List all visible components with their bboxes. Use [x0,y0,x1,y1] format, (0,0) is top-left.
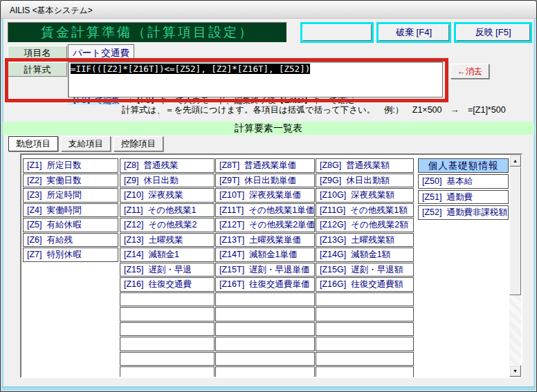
element-cell[interactable]: [Z12] その他残業2 [120,218,215,232]
title-bar: AILIS <基本システム> [1,1,536,19]
element-cell[interactable]: [Z14G] 減額金1額 [316,248,414,262]
element-cell[interactable] [120,352,215,366]
element-cell[interactable] [215,337,315,351]
vertical-scrollbar[interactable]: ▲ ▼ [509,155,521,377]
element-cell[interactable]: [Z10T] 深夜残業単価 [215,188,315,203]
element-cell[interactable]: [Z12G] その他残業2額 [316,218,414,232]
element-cell[interactable]: [Z8] 普通残業 [120,158,215,173]
app-window: AILIS <基本システム> 賃金計算準備（計算項目設定） 破棄 [F4] 反映… [0,0,537,392]
scroll-up-button[interactable]: ▲ [509,155,521,167]
window-title: AILIS <基本システム> [10,5,93,17]
elements-section-title: 計算要素一覧表 [3,122,534,135]
tab-payment-items[interactable]: 支給項目 [61,136,111,151]
element-cell[interactable]: [Z14] 減額金1 [120,248,215,262]
arrow-up-icon: ▲ [513,158,518,163]
element-cell[interactable]: [Z15T] 遅刻・早退単価 [215,263,315,277]
page-title: 賃金計算準備（計算項目設定） [8,22,287,43]
window-frame-right [534,19,536,391]
window-frame-left [1,19,3,391]
element-cell[interactable]: [Z15G] 遅刻・早退額 [316,263,414,277]
element-cell[interactable]: [Z16T] 往復交通費単価 [215,277,315,292]
element-cell[interactable]: [Z4] 実働時間 [23,203,118,218]
column-z1-z7: [Z1] 所定日数[Z2] 実働日数[Z3] 所定時間[Z4] 実働時間[Z5]… [23,158,118,262]
element-cell[interactable] [316,366,414,378]
column-z8-z16: [Z8] 普通残業[Z9] 休日出勤[Z10] 深夜残業[Z11] その他残業1… [120,158,215,378]
scrollbar-thumb[interactable] [509,167,521,295]
scroll-down-button[interactable]: ▼ [509,365,521,377]
empty-button[interactable] [302,24,372,41]
clear-button[interactable]: ←消去 [450,64,489,79]
discard-f4-button[interactable]: 破棄 [F4] [379,24,449,41]
element-cell[interactable]: [Z8T] 普通残業単価 [215,158,315,173]
element-cell[interactable]: [Z5] 有給休暇 [23,218,118,232]
element-cell[interactable]: [Z14T] 減額金1単価 [215,248,315,262]
tab-attendance-items[interactable]: 勤怠項目 [8,136,58,151]
personal-base-amount-items: [Z50] 基本給[Z51] 通勤費[Z52] 通勤費非課税額 [418,174,509,220]
element-cell[interactable]: [Z11T] その他残業1単価 [215,203,315,218]
element-cell[interactable] [120,322,215,337]
element-cell[interactable] [120,337,215,351]
element-cell[interactable]: [Z6] 有給残 [23,233,118,248]
element-cell[interactable]: [Z51] 通勤費 [418,190,509,205]
element-cell[interactable] [120,307,215,321]
element-cell[interactable] [316,322,414,337]
element-cell[interactable] [316,337,414,351]
element-cell[interactable] [215,307,315,321]
apply-button-frame: 反映 [F5] [454,22,532,43]
element-cell[interactable]: [Z16] 往復交通費 [120,277,215,292]
formula-selected-text: =IIF(([Z2]*[Z16T])<=[Z52], [Z2]*[Z16T], … [71,64,310,74]
element-cell[interactable] [120,366,215,378]
element-cell[interactable]: [Z13T] 土曜残業単価 [215,233,315,248]
element-cell[interactable]: [Z11] その他残業1 [120,203,215,218]
element-cell[interactable]: [Z16G] 往復交通費額 [316,277,414,292]
header-empty-button-frame [300,22,374,43]
element-cell[interactable] [316,292,414,307]
item-name-value[interactable]: パート交通費 [68,44,134,60]
personal-base-amount-panel: 個人基礎額情報 [418,158,509,173]
apply-f5-button[interactable]: 反映 [F5] [456,24,530,41]
element-cell[interactable]: [Z7] 特別休暇 [23,248,118,262]
element-cell[interactable]: [Z15] 遅刻・早退 [120,263,215,277]
element-cell[interactable]: [Z2] 実働日数 [23,174,118,188]
element-cell[interactable]: [Z13] 土曜残業 [120,233,215,248]
tab-deduction-items[interactable]: 控除項目 [113,136,163,151]
element-cell[interactable]: [Z8G] 普通残業額 [316,158,414,173]
element-cell[interactable]: [Z9G] 休日出勤額 [316,174,414,188]
personal-panel-header: 個人基礎額情報 [418,158,509,173]
element-cell[interactable] [316,307,414,321]
element-cell[interactable]: [Z9T] 休日出勤単価 [215,174,315,188]
column-unit-price: [Z8T] 普通残業単価[Z9T] 休日出勤単価[Z10T] 深夜残業単価[Z1… [215,158,315,378]
element-cell[interactable] [215,322,315,337]
element-cell[interactable]: [Z1] 所定日数 [23,158,118,173]
element-cell[interactable] [215,352,315,366]
formula-input[interactable]: =IIF(([Z2]*[Z16T])<=[Z52], [Z2]*[Z16T], … [68,62,443,97]
element-cell[interactable]: [Z10] 深夜残業 [120,188,215,203]
window-frame-bottom [1,386,536,391]
element-cell[interactable] [120,292,215,307]
elements-table: [Z1] 所定日数[Z2] 実働日数[Z3] 所定時間[Z4] 実働時間[Z5]… [20,153,522,378]
element-cell[interactable]: [Z10G] 深夜残業額 [316,188,414,203]
element-cell[interactable]: [Z3] 所定時間 [23,188,118,203]
item-name-label: 項目名 [8,46,67,60]
column-amount: [Z8G] 普通残業額[Z9G] 休日出勤額[Z10G] 深夜残業額[Z11G]… [316,158,414,378]
arrow-down-icon: ▼ [513,368,518,373]
formula-label: 計算式 [8,62,67,77]
element-cell[interactable]: [Z12T] その他残業2単価 [215,218,315,232]
element-cell[interactable]: [Z9] 休日出勤 [120,174,215,188]
discard-button-frame: 破棄 [F4] [376,22,451,43]
element-cell[interactable]: [Z11G] その他残業1額 [316,203,414,218]
element-cell[interactable] [215,366,315,378]
element-cell[interactable] [215,292,315,307]
element-cell[interactable] [316,352,414,366]
element-cell[interactable]: [Z52] 通勤費非課税額 [418,205,509,220]
element-cell[interactable]: [Z50] 基本給 [418,174,509,189]
element-cell[interactable]: [Z13G] 土曜残業額 [316,233,414,248]
